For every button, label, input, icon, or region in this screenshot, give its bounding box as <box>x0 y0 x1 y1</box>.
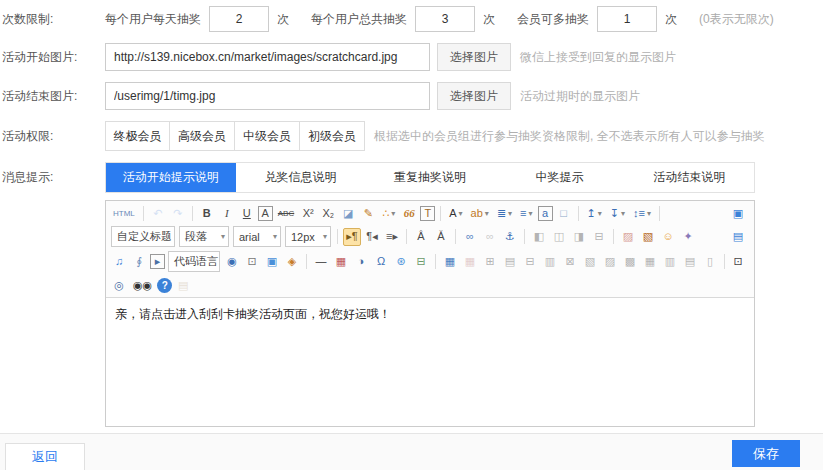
tab-activity-end-note[interactable]: 活动结束说明 <box>624 163 754 192</box>
custom-title-select[interactable]: 自定义标题▾ <box>111 226 175 247</box>
image-manager-icon[interactable]: ▧ <box>639 228 657 246</box>
limit-daily-input[interactable] <box>209 6 269 32</box>
chevron-down-icon: ▾ <box>391 205 395 222</box>
baidu-map-icon[interactable]: ◈ <box>283 253 301 271</box>
help-icon[interactable]: ? <box>157 278 172 293</box>
tab-redeem-info[interactable]: 兑奖信息说明 <box>236 163 366 192</box>
paste-text-icon[interactable]: T <box>420 206 435 221</box>
superscript-icon[interactable]: X² <box>299 204 317 222</box>
paragraph-select[interactable]: 段落▾ <box>179 226 229 247</box>
code-language-select[interactable]: 代码语言▾ <box>168 251 220 272</box>
uppercase-icon[interactable]: Â <box>412 228 430 246</box>
font-border-icon[interactable]: A <box>258 206 273 221</box>
unlink-icon: ∞ <box>481 228 499 246</box>
member-option-junior[interactable]: 初级会员 <box>300 121 365 151</box>
image-right-icon: ◨ <box>570 228 588 246</box>
print-icon[interactable]: ⊡ <box>729 253 747 271</box>
image-left-icon: ◧ <box>530 228 548 246</box>
end-image-row: 活动结束图片: 选择图片 活动过期时的显示图片 <box>0 82 823 110</box>
link-icon[interactable]: ∞ <box>461 228 479 246</box>
format-brush-icon[interactable]: ✎ <box>359 204 377 222</box>
chevron-down-icon: ▾ <box>273 232 277 241</box>
limits-row: 次数限制: 每个用户每天抽奖 次 每个用户总共抽奖 次 会员可多抽奖 次 (0表… <box>0 6 823 32</box>
back-button[interactable]: 返回 <box>5 443 85 470</box>
insert-video-icon[interactable]: ▤ <box>729 228 747 246</box>
underline-icon[interactable]: U <box>238 204 256 222</box>
member-option-middle[interactable]: 中级会员 <box>235 121 300 151</box>
eraser-icon[interactable]: ◪ <box>339 204 357 222</box>
message-tabs: 活动开始提示说明 兑奖信息说明 重复抽奖说明 中奖提示 活动结束说明 <box>105 162 755 193</box>
toolbar-row: 自定义标题▾段落▾arial▾12px▾▸¶¶◂≡▸ÂǍ∞∞⚓◧◫◨⊟▨▧☺✦▤ <box>108 224 752 249</box>
font-family-select[interactable]: arial▾ <box>233 226 281 247</box>
toolbar-separator <box>435 254 436 269</box>
find-replace-icon[interactable]: ◉◉ <box>130 276 155 294</box>
toolbar-row: HTML↶↷BIUAABCX²X₂◪✎∴▾66TA▾ab▾≣▾≡▾a□↥▾↧▾↕… <box>108 202 752 224</box>
indent-icon[interactable]: ≡▸ <box>383 228 401 246</box>
insert-code-icon[interactable]: ◉ <box>223 253 241 271</box>
tab-activity-start-note[interactable]: 活动开始提示说明 <box>106 163 236 192</box>
form-icon[interactable]: ⊟ <box>412 253 430 271</box>
blank-doc-icon[interactable]: □ <box>555 204 573 222</box>
snapshot-icon[interactable]: ⊡ <box>243 253 261 271</box>
scrawl-icon[interactable]: ✦ <box>679 228 697 246</box>
tab-win-prompt[interactable]: 中奖提示 <box>495 163 625 192</box>
start-image-input[interactable] <box>105 43 430 71</box>
end-image-choose-button[interactable]: 选择图片 <box>437 82 511 110</box>
member-group: 终极会员 高级会员 中级会员 初级会员 <box>105 121 365 151</box>
subscript-icon[interactable]: X₂ <box>319 204 337 222</box>
html-source-icon[interactable]: HTML <box>110 204 138 222</box>
anchor-link-icon[interactable]: a <box>538 206 553 221</box>
align-top-icon[interactable]: ↥▾ <box>584 204 605 222</box>
emotion-icon[interactable]: ☺ <box>659 228 677 246</box>
special-char-icon[interactable]: Ω <box>372 253 390 271</box>
date-icon[interactable]: ▦ <box>332 253 350 271</box>
start-image-choose-button[interactable]: 选择图片 <box>437 43 511 71</box>
insert-frame-icon[interactable]: ▸ <box>150 254 165 269</box>
unordered-list-icon[interactable]: ≡▾ <box>517 204 535 222</box>
align-bottom-icon[interactable]: ↧▾ <box>607 204 628 222</box>
highlight-color-icon[interactable]: ab▾ <box>468 204 492 222</box>
toolbar-separator <box>613 229 614 244</box>
map-icon[interactable]: ▣ <box>263 253 281 271</box>
bold-icon[interactable]: B <box>198 204 216 222</box>
member-option-senior[interactable]: 高级会员 <box>170 121 235 151</box>
member-option-ultimate[interactable]: 终极会员 <box>105 121 170 151</box>
strikethrough-icon[interactable]: ABC <box>275 204 297 222</box>
attachment-icon[interactable]: ∮ <box>130 253 148 271</box>
italic-icon[interactable]: I <box>218 204 236 222</box>
toolbar-separator <box>524 229 525 244</box>
ordered-list-icon[interactable]: ≣▾ <box>494 204 515 222</box>
font-size-select[interactable]: 12px▾ <box>285 226 331 247</box>
insert-image-icon[interactable]: ▨ <box>619 228 637 246</box>
insert-table-icon[interactable]: ▦ <box>441 253 459 271</box>
editor-content[interactable]: 亲，请点击进入刮刮卡抽奖活动页面，祝您好运哦！ <box>106 298 754 426</box>
anchor-icon[interactable]: ⚓ <box>501 228 519 246</box>
message-tabs-row: 消息提示: 活动开始提示说明 兑奖信息说明 重复抽奖说明 中奖提示 活动结束说明 <box>0 162 823 193</box>
horizontal-rule-icon[interactable]: — <box>312 253 330 271</box>
direction-ltr-icon[interactable]: ▸¶ <box>343 228 361 246</box>
delete-col-icon: ⊠ <box>561 253 579 271</box>
permission-label: 活动权限: <box>0 128 105 145</box>
music-icon[interactable]: ♫ <box>110 253 128 271</box>
limit-total: 每个用户总共抽奖 次 <box>311 6 517 32</box>
chevron-down-icon: ▾ <box>459 205 463 222</box>
font-color-icon[interactable]: A▾ <box>446 204 465 222</box>
limit-member-extra-input[interactable] <box>597 6 657 32</box>
direction-rtl-icon[interactable]: ¶◂ <box>363 228 381 246</box>
end-image-input[interactable] <box>105 82 430 110</box>
split-col-icon: ▥ <box>661 253 679 271</box>
toolbar-separator <box>406 229 407 244</box>
auto-typeset-icon[interactable]: ∴▾ <box>379 204 398 222</box>
limit-total-input[interactable] <box>415 6 475 32</box>
limit-total-label: 每个用户总共抽奖 <box>311 11 407 28</box>
tab-repeat-draw-note[interactable]: 重复抽奖说明 <box>365 163 495 192</box>
save-button[interactable]: 保存 <box>732 440 800 467</box>
limit-member-extra-unit: 次 <box>665 11 677 28</box>
line-height-icon[interactable]: ↕≡▾ <box>630 204 654 222</box>
time-icon[interactable]: ◑ <box>352 253 370 271</box>
preview-icon[interactable]: ◎ <box>110 276 128 294</box>
lowercase-icon[interactable]: Ǎ <box>432 228 450 246</box>
image-transfer-icon[interactable]: ⊛ <box>392 253 410 271</box>
blockquote-icon[interactable]: 66 <box>400 204 418 222</box>
fullscreen-icon[interactable]: ▣ <box>729 204 747 222</box>
